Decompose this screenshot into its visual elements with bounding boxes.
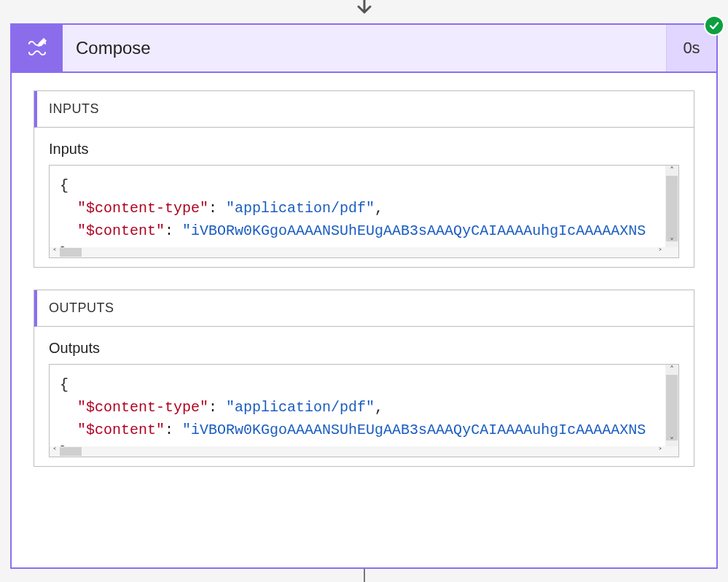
scroll-down-icon[interactable]: ˅ [665, 237, 678, 247]
status-success-badge [704, 15, 724, 36]
scroll-up-icon[interactable]: ˄ [665, 365, 678, 375]
scroll-left-icon[interactable]: ˂ [50, 446, 60, 457]
brace-open: { [60, 177, 69, 194]
json-key: "$content" [77, 422, 165, 438]
inputs-label: Inputs [49, 141, 679, 158]
horizontal-scrollbar[interactable]: ˂ ˃ [50, 446, 665, 457]
json-key: "$content" [77, 222, 165, 239]
json-value: "application/pdf" [226, 200, 375, 217]
scroll-thumb[interactable] [60, 248, 82, 257]
compose-action-card[interactable]: Compose 0s INPUTS Inputs { "$content-typ… [10, 23, 718, 569]
brace-open: { [60, 376, 69, 393]
inputs-code-box[interactable]: { "$content-type": "application/pdf", "$… [49, 165, 679, 258]
json-key: "$content-type" [77, 399, 208, 416]
inputs-panel: INPUTS Inputs { "$content-type": "applic… [34, 90, 694, 268]
scroll-down-icon[interactable]: ˅ [665, 436, 678, 446]
inputs-panel-header: INPUTS [34, 91, 694, 128]
outputs-panel-header: OUTPUTS [34, 290, 694, 327]
action-title: Compose [63, 25, 667, 71]
flow-arrow-down-icon [352, 0, 377, 20]
outputs-code-box[interactable]: { "$content-type": "application/pdf", "$… [49, 364, 679, 457]
outputs-label: Outputs [49, 340, 679, 357]
scrollbar-corner [665, 446, 678, 457]
scroll-thumb[interactable] [666, 176, 678, 241]
flow-connector-stub [364, 569, 365, 582]
json-value: "iVBORw0KGgoAAAANSUhEUgAAB3sAAAQyCAIAAAA… [182, 422, 646, 438]
scroll-thumb[interactable] [666, 375, 678, 441]
scroll-right-icon[interactable]: ˃ [655, 247, 665, 257]
action-body: INPUTS Inputs { "$content-type": "applic… [12, 73, 716, 567]
json-value: "iVBORw0KGgoAAAANSUhEUgAAB3sAAAQyCAIAAAA… [182, 222, 646, 239]
json-value: "application/pdf" [226, 399, 375, 416]
scroll-right-icon[interactable]: ˃ [655, 446, 665, 457]
horizontal-scrollbar[interactable]: ˂ ˃ [50, 247, 665, 257]
vertical-scrollbar[interactable]: ˄ ˅ [665, 166, 678, 247]
json-key: "$content-type" [77, 200, 208, 217]
scroll-left-icon[interactable]: ˂ [50, 247, 60, 257]
flow-canvas: Compose 0s INPUTS Inputs { "$content-typ… [0, 0, 728, 582]
inputs-json[interactable]: { "$content-type": "application/pdf", "$… [50, 166, 678, 257]
outputs-panel: OUTPUTS Outputs { "$content-type": "appl… [34, 290, 694, 467]
outputs-json[interactable]: { "$content-type": "application/pdf", "$… [50, 365, 678, 457]
scroll-thumb[interactable] [60, 447, 82, 456]
action-header[interactable]: Compose 0s [12, 25, 716, 73]
scroll-up-icon[interactable]: ˄ [665, 166, 678, 176]
compose-icon [12, 25, 63, 71]
scrollbar-corner [665, 247, 678, 257]
vertical-scrollbar[interactable]: ˄ ˅ [665, 365, 678, 446]
